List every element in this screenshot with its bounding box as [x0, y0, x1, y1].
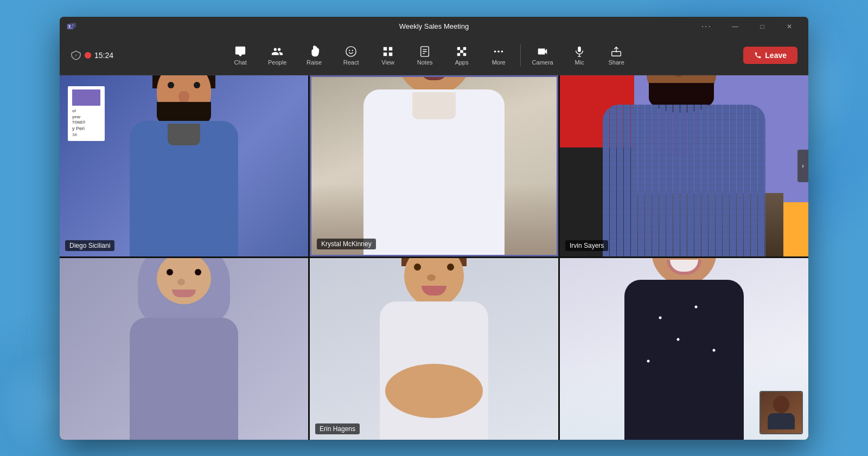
heart-gesture: [407, 375, 461, 407]
svg-point-7: [352, 50, 353, 51]
bun-avatar: [353, 258, 515, 440]
hijab-nose: [177, 279, 185, 285]
hijab-avatar: [108, 258, 260, 440]
react-icon: [345, 46, 357, 57]
irvin-body: [603, 105, 765, 256]
svg-rect-11: [389, 52, 392, 55]
raise-button[interactable]: Raise: [297, 39, 331, 72]
pantone-text: ofyear: [72, 108, 100, 120]
krystal-collar: [412, 92, 456, 119]
minimize-button[interactable]: —: [723, 17, 748, 36]
irvin-nose: [672, 75, 685, 77]
diego-nose: [178, 91, 189, 103]
react-button[interactable]: React: [334, 39, 368, 72]
toolbar-right: Leave: [743, 47, 797, 64]
irvin-avatar: [586, 75, 782, 257]
raise-label: Raise: [307, 59, 322, 66]
more-button[interactable]: More: [481, 39, 516, 72]
mic-icon: [573, 46, 585, 57]
pantone-number: 38: [72, 132, 100, 138]
more-icon: [493, 46, 505, 57]
people-button[interactable]: People: [260, 39, 295, 72]
leave-label: Leave: [765, 51, 787, 60]
more-options-button[interactable]: ···: [701, 22, 712, 31]
camera-label: Camera: [532, 59, 553, 66]
svg-text:T: T: [68, 24, 71, 28]
svg-point-23: [501, 50, 503, 53]
svg-rect-16: [457, 47, 461, 50]
apps-icon: [456, 46, 468, 57]
chat-label: Chat: [234, 59, 247, 66]
participant-name-diego: Diego Siciliani: [65, 240, 114, 251]
toolbar-actions: Chat People Raise: [223, 39, 634, 72]
maximize-button[interactable]: □: [750, 17, 775, 36]
meeting-status: ✓ 15:24: [71, 50, 113, 61]
notes-button[interactable]: Notes: [407, 39, 442, 72]
participant-cell-bottom-right: [560, 258, 808, 440]
pantone-card: ofyear TONE® y Peri 38: [68, 86, 105, 142]
view-button[interactable]: View: [371, 39, 405, 72]
share-icon: [610, 46, 622, 57]
pantone-brand: TONE®: [72, 120, 100, 125]
svg-text:T: T: [72, 24, 74, 27]
recording-indicator: [85, 52, 91, 59]
pip-person: [761, 392, 802, 433]
notes-icon: [419, 46, 431, 57]
title-bar-left: T T: [66, 21, 77, 32]
bun-head: [404, 258, 464, 307]
mic-button[interactable]: Mic: [562, 39, 597, 72]
share-label: Share: [608, 59, 624, 66]
title-bar-controls: ··· — □ ✕: [701, 17, 802, 36]
hijab-mouth: [172, 290, 196, 297]
hijab-eye-left: [167, 269, 173, 275]
close-button[interactable]: ✕: [777, 17, 802, 36]
svg-point-22: [497, 50, 500, 53]
pip-figure: [768, 396, 795, 429]
svg-rect-24: [578, 46, 581, 52]
view-icon: [382, 46, 394, 57]
bun-hands: [385, 364, 483, 418]
participant-cell-diego: ofyear TONE® y Peri 38 Diego Sici: [60, 75, 308, 257]
bun-eye-left: [414, 264, 421, 271]
security-icon: ✓: [71, 50, 81, 61]
svg-rect-17: [463, 47, 467, 50]
share-button[interactable]: Share: [599, 39, 634, 72]
chat-button[interactable]: Chat: [223, 39, 258, 72]
people-icon: [271, 46, 283, 57]
teams-window: T T Weekly Sales Meeting ··· — □ ✕ ✓ 15:…: [60, 17, 808, 440]
people-label: People: [268, 59, 286, 66]
scroll-right-button[interactable]: ›: [797, 150, 808, 182]
camera-button[interactable]: Camera: [525, 39, 560, 72]
bun-eye-right: [447, 264, 454, 271]
apps-button[interactable]: Apps: [444, 39, 479, 72]
view-label: View: [381, 59, 394, 66]
participant-cell-bottom-center: Erin Hagens: [310, 258, 558, 440]
phone-end-icon: [754, 52, 762, 59]
svg-point-21: [494, 50, 496, 53]
diego-eye-left: [168, 82, 174, 88]
mic-label: Mic: [575, 59, 584, 66]
participant-cell-bottom-left: [60, 258, 308, 440]
diego-eye-right: [194, 82, 200, 88]
krystal-avatar: [342, 75, 526, 255]
svg-rect-18: [460, 50, 463, 53]
patti-dots: [624, 285, 744, 394]
participant-name-irvin: Irvin Sayers: [565, 240, 608, 251]
pip-head: [773, 396, 789, 413]
participant-name-krystal: Krystal McKinney: [317, 239, 376, 249]
bun-mouth: [422, 286, 446, 296]
svg-point-6: [349, 50, 350, 51]
chat-icon: [234, 46, 246, 57]
meeting-toolbar: ✓ 15:24 Chat People: [60, 36, 808, 75]
svg-rect-9: [389, 47, 392, 50]
svg-text:✓: ✓: [74, 53, 78, 58]
raise-icon: [308, 46, 320, 57]
more-label: More: [492, 59, 506, 66]
svg-rect-19: [457, 53, 461, 56]
bun-nose: [427, 274, 436, 281]
leave-button[interactable]: Leave: [743, 47, 797, 64]
apps-label: Apps: [455, 59, 469, 66]
notes-label: Notes: [417, 59, 433, 66]
pip-body: [768, 413, 795, 429]
teams-logo-icon: T T: [66, 21, 77, 32]
